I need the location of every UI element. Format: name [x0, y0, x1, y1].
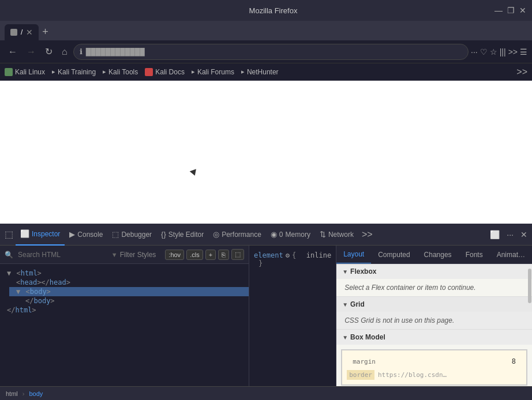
open-brace: { [292, 251, 296, 259]
gear-icon[interactable]: ⚙ [286, 251, 290, 259]
copy-button[interactable]: ⎘ [218, 250, 229, 260]
devtools-tab-network[interactable]: ⇅ Network [315, 224, 358, 246]
nav-extra-icons: ··· ♡ ☆ ||| >> ☰ [471, 47, 527, 56]
network-icon: ⇅ [320, 230, 326, 239]
right-tab-computed[interactable]: Computed [371, 246, 417, 264]
filter-icon: ▼ [111, 251, 118, 258]
flexbox-section-body: Select a Flex container or item to conti… [336, 279, 532, 296]
box-model-section-header[interactable]: ▼ Box Model [336, 330, 532, 345]
breadcrumb-html[interactable]: html [6, 390, 18, 397]
home-button[interactable]: ⌂ [58, 44, 71, 59]
right-tab-fonts[interactable]: Fonts [459, 246, 490, 264]
memory-icon: ◉ [271, 230, 277, 239]
right-tab-changes[interactable]: Changes [417, 246, 459, 264]
new-tab-button[interactable]: + [42, 26, 48, 40]
grid-collapse-arrow: ▼ [342, 301, 348, 308]
devtools-more-options-icon[interactable]: ··· [504, 229, 516, 240]
html-search-bar: 🔍 ▼ Filter Styles :hov .cls + ⎘ ⬚ [0, 246, 249, 264]
bookmark-icon[interactable]: ☆ [490, 47, 497, 56]
bookmark-kali-linux[interactable]: Kali Linux [5, 68, 45, 76]
box-model-diagram: margin 8 border https://blog.csdn.net/q…… [341, 349, 527, 386]
performance-icon: ◎ [213, 230, 219, 239]
inline-button[interactable]: ⬚ [231, 249, 244, 260]
devtools-tab-memory[interactable]: ◉ 0 Memory [266, 224, 315, 246]
devtools-responsive-design-icon[interactable]: ⬜ [488, 229, 502, 240]
box-model-section: ▼ Box Model margin 8 border https://blog… [336, 330, 532, 386]
window-title: Mozilla Firefox [52, 6, 494, 15]
reading-list-icon[interactable]: ||| [500, 47, 506, 56]
devtools-tab-performance[interactable]: ◎ Performance [208, 224, 266, 246]
devtools-tab-style-editor[interactable]: {} Style Editor [156, 224, 208, 246]
tab-favicon [10, 29, 17, 36]
mouse-cursor [190, 169, 198, 177]
browser-tab-active[interactable]: / ✕ [5, 24, 39, 40]
grid-title: Grid [350, 300, 365, 308]
devtools-more-tabs-button[interactable]: >> [358, 229, 376, 240]
devtools-tab-console[interactable]: ▶ Console [65, 224, 107, 246]
right-tab-changes-label: Changes [424, 251, 452, 259]
tab-label: / [21, 28, 23, 36]
kali-linux-favicon [5, 68, 13, 76]
html-node-body[interactable]: ▼ <body> [9, 287, 249, 296]
bookmark-kali-forums[interactable]: ▸ Kali Forums [192, 68, 234, 76]
console-icon: ▶ [69, 230, 75, 239]
kali-training-arrow-icon: ▸ [52, 68, 55, 76]
maximize-button[interactable]: ❐ [507, 6, 515, 15]
hov-button[interactable]: :hov [165, 250, 184, 260]
kali-docs-favicon [145, 68, 153, 76]
devtools-tab-memory-label: Memory [286, 231, 310, 239]
close-button[interactable]: ✕ [519, 6, 526, 15]
flexbox-section-header[interactable]: ▼ Flexbox [336, 264, 532, 279]
reload-button[interactable]: ↻ [42, 44, 56, 59]
scrollbar-thumb[interactable] [528, 269, 531, 303]
html-node-head[interactable]: <head></head> [9, 278, 249, 287]
menu-button[interactable]: ☰ [520, 47, 527, 56]
back-button[interactable]: ← [5, 44, 21, 59]
flexbox-title: Flexbox [350, 267, 376, 276]
right-tab-computed-label: Computed [378, 251, 410, 259]
bookmark-kali-tools[interactable]: ▸ Kali Tools [103, 68, 138, 76]
devtools-tab-debugger[interactable]: ⬚ Debugger [107, 224, 156, 246]
border-label: border [347, 370, 374, 380]
devtools-pick-element-button[interactable]: ⬚ [2, 229, 16, 240]
grid-body-text: CSS Grid is not in use on this page. [344, 316, 454, 324]
cls-button[interactable]: .cls [186, 250, 203, 260]
html-node-html-close[interactable]: </html> [0, 305, 249, 315]
devtools-close-icon[interactable]: ✕ [518, 229, 530, 240]
html-panel: 🔍 ▼ Filter Styles :hov .cls + ⎘ ⬚ ▼ <htm… [0, 246, 249, 386]
right-tab-layout-label: Layout [343, 250, 364, 258]
url-bar[interactable]: ℹ ████████████ [73, 44, 469, 60]
status-bar: html › body [0, 386, 532, 400]
breadcrumb-body[interactable]: body [29, 390, 43, 397]
tab-close-button[interactable]: ✕ [26, 28, 33, 37]
bookmarks-more-button[interactable]: >> [516, 67, 527, 77]
bookmark-kali-tools-label: Kali Tools [108, 68, 138, 76]
border-row: border https://blog.csdn.net/q…147309 [347, 370, 522, 380]
right-tab-animations[interactable]: Animat… [490, 246, 532, 264]
extensions-icon[interactable]: >> [508, 47, 518, 56]
bookmark-nethunter[interactable]: ▸ NetHunter [241, 68, 279, 76]
bookmark-kali-docs[interactable]: Kali Docs [145, 68, 185, 76]
devtools-tab-debugger-label: Debugger [121, 231, 152, 239]
html-search-input[interactable] [18, 251, 107, 259]
forward-button[interactable]: → [23, 44, 39, 59]
style-editor-icon: {} [161, 230, 166, 239]
html-node-html[interactable]: ▼ <html> [0, 269, 249, 278]
breadcrumb-separator: › [23, 390, 25, 397]
more-options-icon[interactable]: ··· [471, 47, 478, 56]
tab-bar: / ✕ + [0, 21, 532, 40]
nethunter-arrow-icon: ▸ [241, 68, 245, 76]
styles-content: element ⚙ { inline } [249, 246, 336, 386]
grid-section-header[interactable]: ▼ Grid [336, 297, 532, 312]
devtools-tab-inspector[interactable]: ⬜ Inspector [16, 224, 65, 246]
pocket-icon[interactable]: ♡ [480, 47, 488, 56]
devtools-tab-inspector-label: Inspector [32, 230, 60, 238]
flexbox-body-text: Select a Flex container or item to conti… [344, 284, 475, 292]
bookmark-kali-training[interactable]: ▸ Kali Training [52, 68, 96, 76]
html-node-body-close[interactable]: </body> [18, 296, 249, 305]
right-tab-layout[interactable]: Layout [336, 246, 371, 264]
minimize-button[interactable]: — [494, 6, 503, 15]
devtools-actions: ⬜ ··· ✕ [488, 229, 530, 240]
title-bar: Mozilla Firefox — ❐ ✕ [0, 0, 532, 21]
add-rule-button[interactable]: + [205, 250, 216, 260]
